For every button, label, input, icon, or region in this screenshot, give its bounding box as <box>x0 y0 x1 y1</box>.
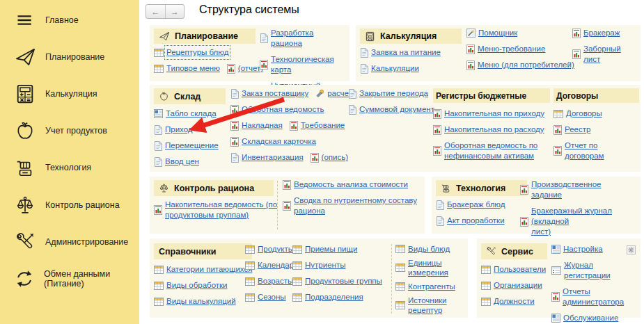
link[interactable]: Рецептуры блюд <box>166 47 228 58</box>
link[interactable]: Возрасты <box>258 276 293 286</box>
link-row: Пользователи <box>481 264 553 275</box>
link-item: Накопительная по расходу <box>433 124 544 135</box>
link[interactable]: Обслуживание <box>563 313 618 323</box>
link-item: Приемы пищи <box>292 244 357 254</box>
table-icon <box>395 264 405 272</box>
link[interactable]: Разработка рациона <box>271 28 343 49</box>
link-row: Табло склада <box>154 108 226 119</box>
link[interactable]: Заказ поставщику <box>242 88 308 99</box>
link[interactable]: Должности <box>494 296 535 307</box>
link[interactable]: Нутриенты <box>305 260 345 270</box>
link[interactable]: Калькуляции <box>371 63 419 74</box>
menu-icon <box>14 10 36 30</box>
link[interactable]: Требование <box>301 120 345 131</box>
link[interactable]: Продуктовые группы <box>305 276 382 286</box>
link-row: Виды блюд <box>395 244 462 254</box>
sidebar-item-data-exchange[interactable]: Обмен данными (Питание) <box>0 260 139 297</box>
sidebar-item-administration[interactable]: Администрирование <box>0 223 139 260</box>
link[interactable]: (опись) <box>322 152 348 163</box>
technology-header: Технология <box>436 180 527 196</box>
sidebar-item-calculation[interactable]: Калькуляция <box>0 75 139 112</box>
link[interactable]: Отчет по договорам <box>565 140 632 161</box>
panel-warehouse: Склад Табло складаПриходПеремещениеВвод … <box>150 85 641 172</box>
link[interactable]: Ведомость анализа стоимости <box>294 179 408 190</box>
link[interactable]: Инвентаризация <box>242 152 304 163</box>
references-header-label: Справочники <box>159 247 216 257</box>
link[interactable]: Суммовой документ <box>359 104 434 115</box>
link[interactable]: Источники рецептур <box>408 295 447 315</box>
link[interactable]: Оборотная ведомость <box>242 104 324 115</box>
link[interactable]: Виды блюд <box>408 244 450 254</box>
table-icon <box>154 282 164 290</box>
link-row: Категории питающихся <box>154 264 259 275</box>
link[interactable]: Помощник <box>478 28 517 38</box>
link-item: Бракеражный журнал (вкладной лист) <box>520 206 634 237</box>
link-item: Сводка по нутриентному составу рациона <box>283 195 417 216</box>
link-item: Пользователи <box>481 264 546 275</box>
link[interactable]: Ввод цен <box>165 156 199 167</box>
link[interactable]: Категории питающихся <box>166 264 252 275</box>
link[interactable]: Накопительная ведомость (по продуктовым … <box>165 200 277 220</box>
link[interactable]: Продукты <box>258 244 294 254</box>
doc-icon <box>154 125 162 135</box>
link[interactable]: Заборный лист <box>583 44 634 65</box>
link[interactable]: Пользователи <box>494 264 546 275</box>
link[interactable]: Единицы измерения <box>408 258 448 277</box>
link-item: Меню (для потребителей) <box>466 60 574 70</box>
table-icon <box>154 65 164 73</box>
link[interactable]: Меню-требование <box>478 44 545 54</box>
link[interactable]: Табло склада <box>166 108 217 119</box>
link[interactable]: Виды калькуляций <box>166 296 236 307</box>
link[interactable]: Технологическая карта <box>271 54 343 75</box>
link[interactable]: Накладная <box>242 120 283 131</box>
link[interactable]: Накопительная по расходу <box>444 124 544 135</box>
link-item: Ввод цен <box>154 156 199 167</box>
link[interactable]: Закрытие периода <box>359 88 428 99</box>
sidebar-item-main[interactable]: Главное <box>0 1 139 38</box>
link[interactable]: Заявка на питание <box>371 47 441 58</box>
link[interactable]: Журнал регистрации <box>564 260 634 281</box>
sidebar-item-technology[interactable]: Технология <box>0 149 139 186</box>
link-row: Отчеты администратора <box>551 286 641 307</box>
link[interactable]: Настройка <box>563 244 603 254</box>
gear-icon[interactable] <box>627 245 636 254</box>
link[interactable]: Виды обработки <box>166 280 228 291</box>
link[interactable]: Складская карточка <box>242 136 316 147</box>
sidebar-item-label: Планирование <box>45 52 104 62</box>
link-row: Оборотная ведомость <box>230 104 359 115</box>
link[interactable]: Оборотная ведомость по нефинансовым акти… <box>444 140 537 161</box>
link[interactable]: Перемещение <box>165 140 219 151</box>
link[interactable]: Акт проработки <box>447 216 505 226</box>
link[interactable]: Отчеты администратора <box>563 286 634 307</box>
link[interactable]: Приемы пищи <box>305 244 357 254</box>
link-item: Виды обработки <box>154 280 228 291</box>
forward-button[interactable]: → <box>165 5 184 18</box>
link[interactable]: Производственное задание <box>531 179 634 200</box>
link[interactable]: Накопительная по приходу <box>444 108 544 119</box>
calculator-icon <box>14 83 36 104</box>
link[interactable]: Меню (для потребителей) <box>478 60 574 70</box>
back-button[interactable]: ← <box>146 5 165 18</box>
registers-subheader: Регистры бюджетные <box>433 88 550 103</box>
sidebar-item-planning[interactable]: Планирование <box>0 38 139 75</box>
link[interactable]: Бракераж блюд <box>447 200 505 210</box>
link-row: Калькуляции <box>360 63 448 74</box>
table-icon <box>245 261 255 270</box>
link[interactable]: Организации <box>494 280 542 291</box>
link[interactable]: Договоры <box>566 108 602 119</box>
link[interactable]: Подразделения <box>305 292 363 302</box>
table-icon <box>395 282 405 291</box>
sidebar-item-ration-control[interactable]: Контроль рациона <box>0 186 139 223</box>
sidebar-item-products[interactable]: Учет продуктов <box>0 113 139 149</box>
link[interactable]: Бракеражный журнал (вкладной лист) <box>531 206 634 237</box>
link[interactable]: Сезоны <box>258 292 286 302</box>
link[interactable]: Бракераж <box>583 28 620 38</box>
report-icon <box>572 49 581 59</box>
link[interactable]: Приход <box>165 124 193 135</box>
link[interactable]: Контрагенты <box>408 282 455 291</box>
link[interactable]: Типовое меню <box>166 63 220 74</box>
link-item: Рецептуры блюд <box>154 47 228 58</box>
link[interactable]: Сводка по нутриентному составу рациона <box>294 195 417 216</box>
calcpen-icon <box>315 89 324 98</box>
link[interactable]: Реестр <box>565 124 590 135</box>
